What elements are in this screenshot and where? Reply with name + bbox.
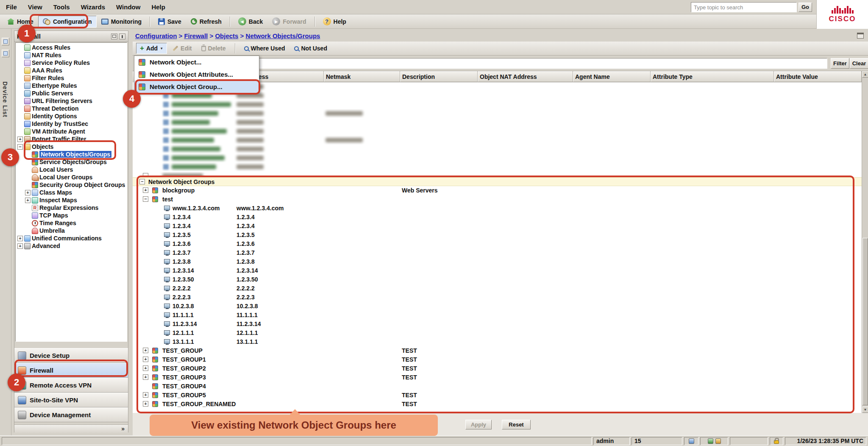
table-row-redacted[interactable] [133, 145, 862, 153]
expand-icon[interactable]: + [143, 348, 148, 353]
table-row-redacted[interactable] [133, 118, 862, 127]
forward-button[interactable]: Forward [267, 16, 311, 28]
filter-button[interactable]: Filter [831, 58, 849, 69]
expand-icon[interactable]: + [17, 236, 23, 241]
table-row-10-2-3-8[interactable]: 10.2.3.810.2.3.8 [133, 302, 862, 311]
table-row-redacted[interactable] [133, 109, 862, 118]
table-row-www-1-2-3-4-com[interactable]: www.1.2.3.4.comwww.1.2.3.4.com [133, 204, 862, 213]
tree-item-filter-rules[interactable]: Filter Rules [16, 74, 127, 82]
table-row-11-2-3-14[interactable]: 11.2.3.1411.2.3.14 [133, 320, 862, 329]
table-row-test-group5[interactable]: +TEST_GROUP5TEST [133, 391, 862, 400]
tree-item-local-user-groups[interactable]: Local User Groups [16, 173, 127, 181]
table-row-test-group[interactable]: +TEST_GROUPTEST [133, 346, 862, 355]
device-list-icon[interactable] [2, 50, 9, 57]
expand-icon[interactable]: + [143, 392, 148, 398]
expand-icon[interactable]: + [25, 190, 31, 195]
collapse-icon[interactable]: − [143, 196, 148, 202]
tree-item-inspect-maps[interactable]: +Inspect Maps [16, 196, 127, 204]
table-row-test-group4[interactable]: TEST_GROUP4 [133, 382, 862, 391]
menu-view[interactable]: View [28, 3, 42, 11]
table-row-1-2-3-7[interactable]: 1.2.3.71.2.3.7 [133, 248, 862, 257]
tree-item-vm-attribute-agent[interactable]: VM Attribute Agent [16, 128, 127, 135]
table-row-2-2-2-3[interactable]: 2.2.2.32.2.2.3 [133, 293, 862, 302]
table-row-test-group1[interactable]: +TEST_GROUP1TEST [133, 355, 862, 364]
go-button[interactable]: Go [798, 3, 812, 12]
expand-icon[interactable]: + [143, 187, 148, 193]
group-section-row[interactable]: − Network Object Groups [133, 177, 862, 186]
clear-button[interactable]: Clear [850, 58, 868, 69]
breadcrumb-segment-objects[interactable]: Objects [215, 32, 238, 39]
tree-item-botnet-traffic-filter[interactable]: +Botnet Traffic Filter [16, 135, 127, 143]
tree-item-umbrella[interactable]: Umbrella [16, 227, 127, 234]
tree-item-service-policy-rules[interactable]: Service Policy Rules [16, 59, 127, 67]
tree-item-network-objects-groups[interactable]: Network Objects/Groups [16, 151, 127, 158]
tree-item-security-group-object-groups[interactable]: Security Group Object Groups [16, 181, 127, 189]
tree-item-aaa-rules[interactable]: AAA Rules [16, 67, 127, 74]
table-row-redacted[interactable] [133, 136, 862, 145]
table-row-test-group-renamed[interactable]: +TEST_GROUP_RENAMEDTEST [133, 400, 862, 409]
table-row-1-2-3-8[interactable]: 1.2.3.81.2.3.8 [133, 257, 862, 266]
table-row-1-2-3-5[interactable]: 1.2.3.51.2.3.5 [133, 231, 862, 240]
table-row-redacted[interactable] [133, 100, 862, 109]
table-row-1-2-3-6[interactable]: 1.2.3.61.2.3.6 [133, 240, 862, 248]
table-row-redacted[interactable] [133, 153, 862, 162]
tree-item-public-servers[interactable]: Public Servers [16, 89, 127, 97]
nav-firewall[interactable]: Firewall [14, 363, 128, 378]
table-row-1-2-3-14[interactable]: 1.2.3.141.2.3.14 [133, 266, 862, 275]
tree-item-identity-options[interactable]: Identity Options [16, 112, 127, 120]
nav-site-to-site-vpn[interactable]: Site-to-Site VPN [14, 393, 128, 407]
tree-item-objects[interactable]: −Objects [16, 143, 127, 151]
collapse-sidebar-button[interactable]: » [14, 424, 128, 433]
reset-button[interactable]: Reset [502, 420, 531, 429]
scrollbar-thumb[interactable] [862, 238, 868, 405]
nav-device-management[interactable]: Device Management [14, 407, 128, 422]
tree-item-service-objects-groups[interactable]: Service Objects/Groups [16, 158, 127, 166]
expand-icon[interactable]: + [143, 374, 148, 380]
table-row-1-2-3-4[interactable]: 1.2.3.41.2.3.4 [133, 222, 862, 231]
collapse-icon[interactable]: − [139, 179, 145, 184]
back-button[interactable]: Back [234, 16, 267, 28]
menu-window[interactable]: Window [116, 3, 140, 11]
menu-wizards[interactable]: Wizards [81, 3, 105, 11]
tree-item-regular-expressions[interactable]: Regular Expressions [16, 204, 127, 212]
tree-item-ethertype-rules[interactable]: Ethertype Rules [16, 82, 127, 89]
breadcrumb-segment-configuration[interactable]: Configuration [135, 32, 177, 39]
menu-item-network-object[interactable]: Network Object... [134, 56, 259, 68]
menu-item-network-object-group[interactable]: Network Object Group... [134, 81, 259, 93]
collapse-icon[interactable]: − [17, 144, 23, 150]
tree-item-nat-rules[interactable]: NAT Rules [16, 51, 127, 59]
vertical-scrollbar[interactable]: ▲ ▼ [862, 71, 868, 413]
table-row-test-group3[interactable]: +TEST_GROUP3TEST [133, 373, 862, 382]
refresh-button[interactable]: Refresh [186, 16, 226, 28]
expand-icon[interactable]: + [143, 401, 148, 407]
column-header-object-nat-address[interactable]: Object NAT Address [478, 71, 573, 82]
menu-tools[interactable]: Tools [53, 3, 70, 11]
expand-icon[interactable]: + [25, 198, 31, 203]
expand-icon[interactable]: + [17, 243, 23, 249]
tree-item-class-maps[interactable]: +Class Maps [16, 189, 127, 196]
topic-search-input[interactable] [691, 2, 797, 12]
apply-button[interactable]: Apply [465, 420, 492, 429]
expand-icon[interactable]: + [17, 137, 23, 142]
column-header-attribute-type[interactable]: Attribute Type [651, 71, 774, 82]
table-row-2-2-2-2[interactable]: 2.2.2.22.2.2.2 [133, 284, 862, 293]
tree-item-unified-communications[interactable]: +Unified Communications [16, 234, 127, 242]
scroll-down-icon[interactable]: ▼ [862, 407, 868, 413]
menu-help[interactable]: Help [151, 3, 165, 11]
breadcrumb-segment-firewall[interactable]: Firewall [184, 32, 208, 39]
monitoring-button[interactable]: Monitoring [97, 16, 146, 28]
table-row-13-1-1-1[interactable]: 13.1.1.113.1.1.1 [133, 337, 862, 346]
table-row-1-2-3-4[interactable]: 1.2.3.41.2.3.4 [133, 213, 862, 222]
tree-item-access-rules[interactable]: Access Rules [16, 44, 127, 51]
tree-item-time-ranges[interactable]: Time Ranges [16, 219, 127, 227]
column-header-agent-name[interactable]: Agent Name [573, 71, 651, 82]
tree-item-identity-by-trustsec[interactable]: Identity by TrustSec [16, 120, 127, 128]
menu-item-network-object-attributes[interactable]: Network Object Attributes... [134, 68, 259, 81]
tree-item-tcp-maps[interactable]: TCP Maps [16, 212, 127, 219]
tree-item-threat-detection[interactable]: Threat Detection [16, 105, 127, 112]
expand-icon[interactable]: + [143, 357, 148, 362]
home-button[interactable]: Home [3, 16, 38, 28]
column-header-netmask[interactable]: Netmask [324, 71, 400, 82]
table-row-blockgroup[interactable]: +blockgroupWeb Servers [133, 186, 862, 195]
float-panel-icon[interactable] [111, 33, 117, 39]
